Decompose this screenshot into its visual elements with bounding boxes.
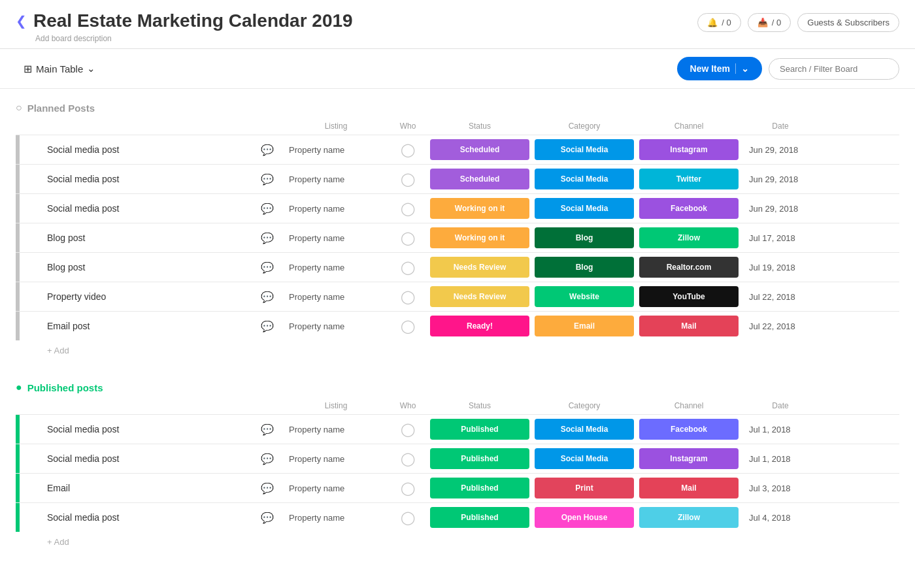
comment-icon[interactable]: 💬 [261,261,274,274]
share-icon[interactable]: ❮ [16,13,27,29]
channel-cell[interactable]: Facebook [637,416,741,442]
comment-icon[interactable]: 💬 [261,291,274,303]
who-cell[interactable]: ◯ [388,448,427,469]
comment-cell[interactable]: 💬 [251,141,284,159]
new-item-chevron: ⌄ [735,63,749,74]
who-cell[interactable]: ◯ [388,169,427,189]
date-cell: Jun 29, 2018 [741,145,820,155]
status-badge: Published [430,478,529,498]
add-row-button[interactable]: + Add [16,532,899,552]
channel-cell[interactable]: YouTube [637,284,741,310]
comment-icon[interactable]: 💬 [261,512,274,524]
row-color-bar [16,135,20,164]
who-cell[interactable]: ◯ [388,227,427,248]
category-cell[interactable]: Blog [532,225,637,251]
avatar-icon: ◯ [401,289,415,304]
category-cell[interactable]: Email [532,313,637,339]
category-cell[interactable]: Website [532,284,637,310]
who-cell[interactable]: ◯ [388,507,427,528]
toolbar-right: New Item ⌄ [677,57,899,80]
channel-cell[interactable]: Twitter [637,166,741,192]
status-cell[interactable]: Ready! [427,313,532,339]
status-cell[interactable]: Published [427,504,532,531]
col-header-who: Who [388,122,427,131]
status-cell[interactable]: Published [427,416,532,442]
comment-cell[interactable]: 💬 [251,318,284,335]
col-header-category: Category [532,122,637,131]
category-cell[interactable]: Social Media [532,446,637,472]
status-cell[interactable]: Working on it [427,195,532,221]
channel-cell[interactable]: Instagram [637,137,741,163]
search-input[interactable] [769,58,899,80]
status-cell[interactable]: Published [427,446,532,472]
main-table-button[interactable]: ⊞ Main Table ⌄ [16,57,103,80]
inbox-button[interactable]: 📥 / 0 [748,13,791,32]
comment-cell[interactable]: 💬 [251,200,284,218]
page-title: Real Estate Marketing Calendar 2019 [33,10,353,31]
status-badge: Scheduled [430,139,529,160]
row-color-bar [16,194,20,223]
category-cell[interactable]: Open House [532,504,637,531]
comment-cell[interactable]: 💬 [251,171,284,188]
table-row: Social media post💬Property name◯Schedule… [16,164,899,193]
category-badge: Blog [535,257,634,278]
status-cell[interactable]: Needs Review [427,254,532,280]
listing-cell: Property name [284,289,388,304]
status-cell[interactable]: Scheduled [427,166,532,192]
channel-cell[interactable]: Facebook [637,195,741,221]
comment-icon[interactable]: 💬 [261,453,274,465]
comment-cell[interactable]: 💬 [251,450,284,468]
col-header-date: Date [741,122,820,131]
channel-cell[interactable]: Mail [637,313,741,339]
comment-icon[interactable]: 💬 [261,173,274,186]
comment-icon[interactable]: 💬 [261,482,274,495]
who-cell[interactable]: ◯ [388,316,427,336]
comment-icon[interactable]: 💬 [261,232,274,244]
who-cell[interactable]: ◯ [388,139,427,160]
category-cell[interactable]: Social Media [532,195,637,221]
status-cell[interactable]: Scheduled [427,137,532,163]
comment-cell[interactable]: 💬 [251,509,284,527]
guests-button[interactable]: Guests & Subscribers [797,13,899,32]
comment-icon[interactable]: 💬 [261,144,274,156]
comment-cell[interactable]: 💬 [251,480,284,497]
group-toggle-published[interactable]: ● [16,382,22,393]
group-toggle-planned[interactable]: ○ [16,102,22,114]
status-cell[interactable]: Published [427,475,532,501]
channel-cell[interactable]: Instagram [637,446,741,472]
col-header-status: Status [427,122,532,131]
board-content: ○Planned PostsListingWhoStatusCategoryCh… [0,89,915,586]
date-cell: Jul 17, 2018 [741,233,820,243]
comment-cell[interactable]: 💬 [251,229,284,247]
row-color-bar [16,415,20,444]
channel-badge: Realtor.com [639,257,739,278]
comment-cell[interactable]: 💬 [251,288,284,306]
new-item-button[interactable]: New Item ⌄ [677,57,762,80]
row-color-bar [16,223,20,252]
board-description[interactable]: Add board description [35,34,353,43]
channel-cell[interactable]: Realtor.com [637,254,741,280]
category-cell[interactable]: Social Media [532,416,637,442]
who-cell[interactable]: ◯ [388,478,427,498]
category-cell[interactable]: Social Media [532,137,637,163]
who-cell[interactable]: ◯ [388,286,427,307]
who-cell[interactable]: ◯ [388,257,427,278]
who-cell[interactable]: ◯ [388,198,427,219]
channel-cell[interactable]: Zillow [637,504,741,531]
channel-cell[interactable]: Mail [637,475,741,501]
status-cell[interactable]: Needs Review [427,284,532,310]
category-cell[interactable]: Blog [532,254,637,280]
who-cell[interactable]: ◯ [388,419,427,440]
comment-icon[interactable]: 💬 [261,320,274,333]
channel-cell[interactable]: Zillow [637,225,741,251]
category-cell[interactable]: Print [532,475,637,501]
channel-badge: Instagram [639,448,739,469]
comment-cell[interactable]: 💬 [251,421,284,438]
status-cell[interactable]: Working on it [427,225,532,251]
activity-button[interactable]: 🔔 / 0 [697,13,740,32]
comment-cell[interactable]: 💬 [251,259,284,276]
add-row-button[interactable]: + Add [16,340,899,361]
category-cell[interactable]: Social Media [532,166,637,192]
comment-icon[interactable]: 💬 [261,423,274,436]
comment-icon[interactable]: 💬 [261,203,274,215]
